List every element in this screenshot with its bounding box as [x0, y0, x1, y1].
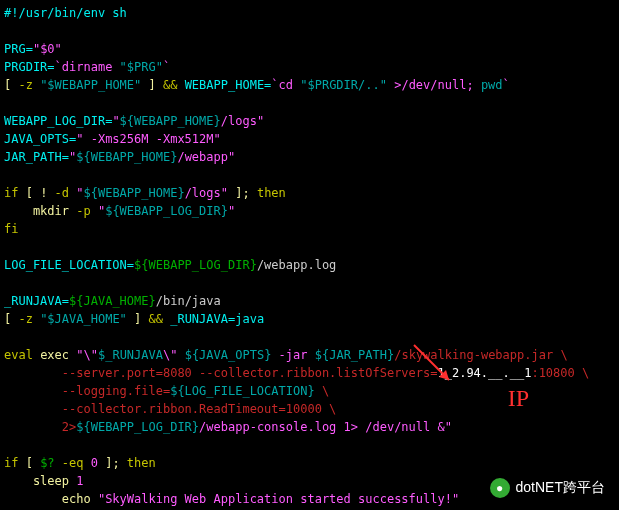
code-line: if [ $? -eq 0 ]; then: [4, 454, 615, 472]
code-line: [4, 238, 615, 256]
wechat-icon: ●: [490, 478, 510, 498]
watermark-text: dotNET跨平台: [516, 477, 605, 498]
code-line: [4, 328, 615, 346]
code-line: mkdir -p "${WEBAPP_LOG_DIR}": [4, 202, 615, 220]
code-line: JAR_PATH="${WEBAPP_HOME}/webapp": [4, 148, 615, 166]
code-line: [4, 94, 615, 112]
code-line: [4, 274, 615, 292]
code-line: PRG="$0": [4, 40, 615, 58]
code-line: #!/usr/bin/env sh: [4, 4, 615, 22]
code-line: WEBAPP_LOG_DIR="${WEBAPP_HOME}/logs": [4, 112, 615, 130]
code-line: LOG_FILE_LOCATION=${WEBAPP_LOG_DIR}/weba…: [4, 256, 615, 274]
code-line: eval exec "\"$_RUNJAVA\" ${JAVA_OPTS} -j…: [4, 346, 615, 364]
code-line: [4, 166, 615, 184]
code-line: [ -z "$JAVA_HOME" ] && _RUNJAVA=java: [4, 310, 615, 328]
code-line: if [ ! -d "${WEBAPP_HOME}/logs" ]; then: [4, 184, 615, 202]
code-line: PRGDIR=`dirname "$PRG"`: [4, 58, 615, 76]
code-line: [ -z "$WEBAPP_HOME" ] && WEBAPP_HOME=`cd…: [4, 76, 615, 94]
code-line: [4, 436, 615, 454]
code-line: [4, 22, 615, 40]
terminal-editor[interactable]: #!/usr/bin/env sh PRG="$0" PRGDIR=`dirna…: [4, 4, 615, 510]
ip-annotation: IP: [508, 380, 529, 416]
code-line: 2>${WEBAPP_LOG_DIR}/webapp-console.log 1…: [4, 418, 615, 436]
code-line: _RUNJAVA=${JAVA_HOME}/bin/java: [4, 292, 615, 310]
code-line: JAVA_OPTS=" -Xms256M -Xmx512M": [4, 130, 615, 148]
watermark: ● dotNET跨平台: [490, 477, 605, 498]
code-line: fi: [4, 220, 615, 238]
